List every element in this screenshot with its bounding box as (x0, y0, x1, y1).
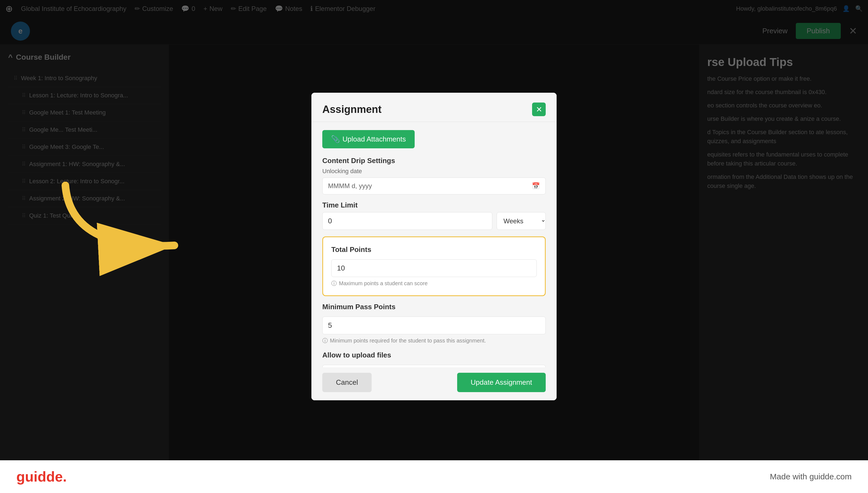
total-points-hint: ⓘ Maximum points a student can score (331, 280, 537, 287)
time-limit-unit-select[interactable]: Minutes Hours Days Weeks (497, 212, 546, 230)
min-pass-label: Minimum Pass Points (322, 303, 546, 311)
min-pass-hint-text: Minimum points required for the student … (330, 338, 486, 344)
assignment-modal: Assignment ✕ 📎 Upload Attachments Conten… (312, 93, 556, 400)
total-points-label: Total Points (331, 245, 537, 254)
bottom-bar: guidde. Made with guidde.com (0, 460, 868, 493)
total-points-section: Total Points ⓘ Maximum points a student … (322, 236, 546, 296)
content-drip-section: Content Drip Settings Unlocking date MMM… (322, 156, 546, 194)
total-points-hint-text: Maximum points a student can score (339, 280, 428, 286)
modal-footer: Cancel Update Assignment (312, 367, 556, 400)
modal-title: Assignment (322, 104, 382, 115)
modal-body: 📎 Upload Attachments Content Drip Settin… (312, 122, 556, 367)
date-placeholder: MMMM d, yyyy (328, 182, 372, 190)
time-limit-row: Minutes Hours Days Weeks (322, 212, 546, 230)
min-pass-hint: ⓘ Minimum points required for the studen… (322, 337, 546, 344)
min-pass-input[interactable] (322, 317, 546, 334)
content-drip-label: Content Drip Settings (322, 156, 546, 165)
close-icon: ✕ (536, 105, 542, 114)
time-limit-section: Time Limit Minutes Hours Days Weeks (322, 201, 546, 230)
update-assignment-button[interactable]: Update Assignment (457, 373, 546, 392)
upload-btn-label: Upload Attachments (342, 135, 406, 144)
modal-close-button[interactable]: ✕ (532, 103, 546, 116)
guidde-logo: guidde. (16, 469, 67, 485)
attachment-icon: 📎 (331, 135, 340, 144)
cancel-button[interactable]: Cancel (322, 373, 372, 392)
time-limit-input[interactable] (322, 212, 492, 230)
info-icon2: ⓘ (322, 337, 328, 344)
upload-attachments-button[interactable]: 📎 Upload Attachments (322, 130, 415, 148)
info-icon: ⓘ (331, 280, 337, 287)
allow-upload-label: Allow to upload files (322, 351, 546, 359)
allow-upload-input[interactable] (322, 365, 546, 367)
total-points-input[interactable] (331, 259, 537, 277)
modal-header: Assignment ✕ (312, 93, 556, 122)
unlocking-date-label: Unlocking date (322, 168, 546, 175)
date-input-field[interactable]: MMMM d, yyyy 📅 (322, 177, 546, 194)
allow-upload-section: Allow to upload files (322, 351, 546, 367)
guidde-logo-text: guidde. (16, 469, 67, 485)
min-pass-section: Minimum Pass Points ⓘ Minimum points req… (322, 303, 546, 344)
made-with-text: Made with guidde.com (770, 472, 852, 481)
calendar-icon: 📅 (532, 182, 540, 190)
time-limit-label: Time Limit (322, 201, 546, 209)
